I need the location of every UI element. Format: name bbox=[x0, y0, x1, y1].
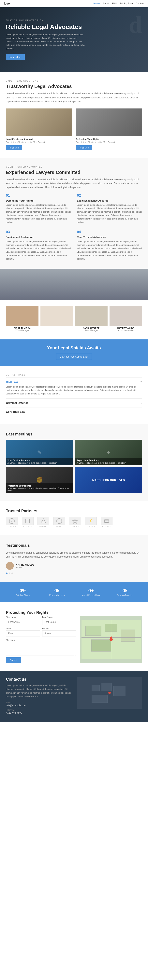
cta-banner: Your Legal Shields Awaits Get Your Free … bbox=[0, 339, 148, 366]
service-header-1[interactable]: Civil Law ⌃ bbox=[6, 380, 142, 383]
trustworthy-card-2: Defending Your Rights Sample text. Click… bbox=[76, 108, 142, 150]
team-section: CELIA ALMEIDA Office Manager JACK ALVARE… bbox=[0, 300, 148, 339]
svg-rect-10 bbox=[104, 520, 109, 522]
testimonial-author-role: Manager bbox=[16, 566, 34, 568]
svg-text:⚡: ⚡ bbox=[89, 519, 93, 523]
team-photo-3 bbox=[75, 306, 108, 326]
lawyer-text-3: Lorem ipsum dolor sit amet, consectetur … bbox=[6, 240, 71, 261]
team-role-3: Sales Manager bbox=[75, 329, 108, 331]
cta-button[interactable]: Get Your Free Consultation bbox=[56, 354, 92, 360]
nav-about[interactable]: About bbox=[103, 2, 109, 5]
trustworthy-label: EXPERT LAW SOLUTIONS bbox=[6, 80, 142, 82]
svg-text:Ω: Ω bbox=[11, 520, 13, 522]
partner-label-1: CONTACT bbox=[6, 525, 18, 527]
lawyers-intro-text: Lorem ipsum dolor sit amet, consectetur … bbox=[6, 178, 142, 189]
lawyer-title-3: Justice and Protection bbox=[6, 236, 71, 239]
meeting-card-text-3: At vero eos et accusam et justo duo dolo… bbox=[8, 487, 72, 492]
meeting-card-text-2: At vero eos et accusam et justo duo dolo… bbox=[76, 462, 140, 464]
contact-email-item: Email info@example.com bbox=[6, 702, 71, 707]
service-header-3[interactable]: Corporate Law ⌄ bbox=[6, 410, 142, 414]
email-input[interactable] bbox=[6, 630, 40, 636]
lawyer-text-1: Lorem ipsum dolor sit amet, consectetur … bbox=[6, 203, 71, 224]
partner-logo-7 bbox=[101, 517, 113, 525]
trustworthy-card-1: Legal Excellence Assured Sample text. Cl… bbox=[6, 108, 72, 150]
phone-input[interactable] bbox=[42, 630, 76, 636]
lawyer-item-1: 01 Defending Your Rights Lorem ipsum dol… bbox=[6, 194, 71, 224]
first-name-input[interactable] bbox=[6, 619, 40, 625]
nav-faq[interactable]: FAQ bbox=[112, 2, 117, 5]
meeting-card-title-4: MARCH FOR OUR LIVES bbox=[92, 478, 125, 482]
team-photo-4 bbox=[110, 306, 142, 326]
partner-logo-5 bbox=[69, 517, 81, 525]
contact-phone-label: Phone bbox=[6, 709, 71, 711]
lawyers-section: YOUR TRUSTED ADVOCATES Experienced Lawye… bbox=[0, 158, 148, 269]
card-sample-2: Sample text. Click to select the Text El… bbox=[76, 141, 142, 143]
lawyers-label: YOUR TRUSTED ADVOCATES bbox=[6, 166, 142, 168]
meeting-card-2: ♣ Expert Law Solutions At vero eos et ac… bbox=[75, 440, 142, 465]
lawyer-text-2: Lorem ipsum dolor sit amet, consectetur … bbox=[77, 203, 142, 224]
nav-contact[interactable]: Contact bbox=[136, 2, 144, 5]
testimonial-dot-2[interactable] bbox=[9, 573, 10, 574]
contact-us-title: Contact us bbox=[6, 677, 71, 682]
lawyer-num-3: 03 bbox=[6, 230, 71, 234]
team-name-1: CELIA ALMEIDA bbox=[6, 327, 38, 329]
card-image-2 bbox=[76, 108, 142, 136]
columns-banner-image bbox=[0, 269, 148, 300]
contact-phone-value: +123-456-7890 bbox=[6, 711, 71, 714]
nav-pricing[interactable]: Pricing Plan bbox=[120, 2, 133, 5]
card-label-2: Defending Your Rights bbox=[76, 138, 142, 140]
partner-logo-1: Ω bbox=[6, 517, 18, 525]
meeting-card-title-2: Expert Law Solutions bbox=[76, 459, 140, 461]
testimonial-dot-1[interactable] bbox=[6, 573, 8, 574]
lawyers-title: Experienced Lawyers Committed bbox=[6, 170, 142, 175]
partner-label-2: CONTACT bbox=[22, 525, 33, 527]
svg-rect-22 bbox=[92, 685, 100, 691]
testimonials-title: Testimonials bbox=[6, 543, 142, 548]
svg-point-26 bbox=[108, 692, 111, 694]
stats-section: 0% Satisfied Clients 0k Expert Advocates… bbox=[0, 582, 148, 602]
contact-us-section: Contact us Lorem ipsum dolor sit amet, c… bbox=[0, 671, 148, 722]
card-cta-2[interactable]: Read More bbox=[76, 145, 92, 150]
first-name-group: First Name bbox=[6, 616, 40, 625]
hero-cta-button[interactable]: Read More bbox=[6, 54, 25, 60]
testimonial-dot-3[interactable] bbox=[11, 573, 13, 574]
submit-button[interactable]: Submit bbox=[6, 657, 21, 663]
meeting-card-3: ✊ Protecting Your Rights At vero eos et … bbox=[6, 467, 73, 493]
card-cta-1[interactable]: Read More bbox=[6, 145, 22, 150]
services-section: OUR SERVICES Civil Law ⌃ Lorem ipsum dol… bbox=[0, 366, 148, 424]
card-sample-1: Sample text. Click to select the Text El… bbox=[6, 141, 72, 143]
service-header-2[interactable]: Criminal Defense ⌄ bbox=[6, 401, 142, 404]
phone-label: Phone bbox=[42, 627, 76, 630]
team-name-4: NAT REYNOLDS bbox=[110, 327, 142, 329]
service-item-1: Civil Law ⌃ Lorem ipsum dolor sit amet, … bbox=[6, 377, 142, 398]
partner-label-5: CONTACT bbox=[69, 525, 81, 527]
team-member-2 bbox=[40, 306, 73, 331]
trustworthy-section: EXPERT LAW SOLUTIONS Trustworthy Legal A… bbox=[0, 72, 148, 158]
meetings-section: Last meetings ✎ Your Justice Partners At… bbox=[0, 424, 148, 501]
svg-rect-24 bbox=[113, 686, 125, 696]
team-photo-2 bbox=[40, 306, 73, 326]
lawyer-title-4: Your Trusted Advocates bbox=[77, 236, 142, 239]
testimonial-author-name: NAT REYNOLDS bbox=[16, 563, 34, 566]
service-title-2: Criminal Defense bbox=[6, 401, 29, 404]
hero-section: d JUSTICE AND PROTECTION Reliable Legal … bbox=[0, 7, 148, 72]
svg-marker-4 bbox=[41, 519, 46, 523]
stat-label-1: Satisfied Clients bbox=[6, 594, 40, 597]
chevron-up-icon: ⌃ bbox=[140, 381, 142, 383]
message-textarea[interactable] bbox=[6, 642, 76, 656]
service-title-1: Civil Law bbox=[6, 380, 18, 383]
email-label: Email bbox=[6, 627, 40, 630]
hero-title: Reliable Legal Advocates bbox=[6, 23, 85, 30]
hero-text: Lorem ipsum dolor sit amet, consectetur … bbox=[6, 33, 85, 50]
service-item-3: Corporate Law ⌄ bbox=[6, 407, 142, 416]
meetings-title: Last meetings bbox=[6, 432, 142, 436]
stat-label-4: Canvass Donation bbox=[108, 594, 142, 597]
meeting-card-title-1: Your Justice Partners bbox=[8, 459, 72, 461]
header: logo Home About FAQ Pricing Plan Contact bbox=[0, 0, 148, 7]
nav-home[interactable]: Home bbox=[93, 2, 100, 5]
svg-rect-25 bbox=[92, 695, 108, 703]
trustworthy-text: Lorem ipsum dolor sit amet, consectetur … bbox=[6, 92, 142, 103]
lawyer-item-2: 02 Legal Excellence Assured Lorem ipsum … bbox=[77, 194, 142, 224]
last-name-input[interactable] bbox=[42, 619, 76, 625]
meeting-card-title-3: Protecting Your Rights bbox=[8, 485, 72, 487]
